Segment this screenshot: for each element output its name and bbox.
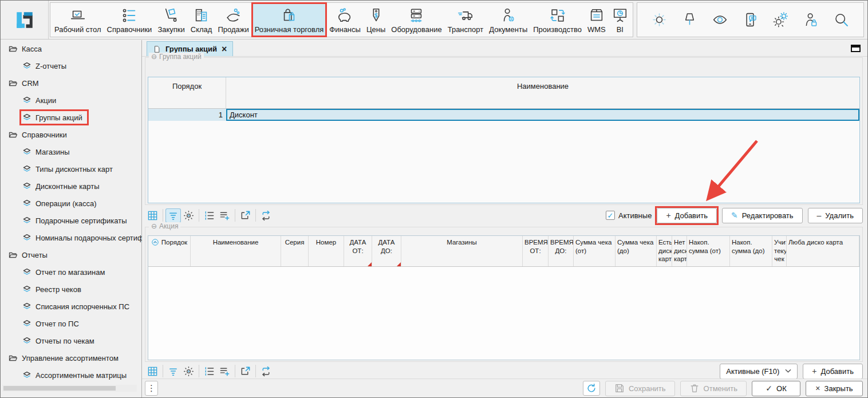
settings-button[interactable] [181,364,196,379]
theme-icon[interactable] [651,11,668,28]
column-header-sum-to[interactable]: Сумма чека (до) [616,236,657,266]
promo-table[interactable]: Порядок Наименование Серия Номер ДАТА ОТ… [148,235,860,360]
column-header-has-card[interactable]: Есть диско карта [657,236,672,266]
more-options-button[interactable]: ⋮ [145,381,158,396]
user-lock-icon[interactable] [803,11,819,28]
sidebar-item-promo-groups[interactable]: Группы акций [1,109,141,126]
table-row-selected[interactable]: 1 Дисконт [148,109,859,121]
column-header-any-card[interactable]: Люба диско карта [787,236,859,266]
promo-groups-table[interactable]: Порядок Наименование 1 Дисконт [148,77,860,203]
column-header-date-from[interactable]: ДАТА ОТ: [344,236,372,266]
sidebar-item-z-reports[interactable]: Z-отчеты [1,57,141,74]
ribbon-item-warehouse[interactable]: Склад [188,3,215,37]
ribbon-item-production[interactable]: Производство [530,3,585,37]
column-header-accum-to[interactable]: Накоп. сумма (до) [730,236,772,266]
ribbon-item-references[interactable]: Справочники [104,3,155,37]
column-header-date-to[interactable]: ДАТА ДО: [372,236,401,266]
maximize-icon[interactable] [851,45,861,52]
ribbon-item-wms[interactable]: WMS [585,3,609,37]
sidebar-horizontal-scrollbar[interactable] [2,385,137,392]
edit-promo-group-button[interactable]: ✎Редактировать [722,208,803,223]
active-filter-dropdown[interactable]: Активные (F10) [720,364,798,379]
refresh-button[interactable] [258,364,274,379]
sidebar-item-cash-operations[interactable]: Операции (касса) [1,195,141,212]
collapse-icon[interactable]: ⊖ [151,222,157,230]
layers-icon [22,233,31,242]
export-button[interactable] [238,364,253,379]
active-checkbox[interactable]: ✓ [606,211,615,220]
numbered-list-button[interactable] [202,208,217,223]
tab-close-icon[interactable]: × [222,45,227,54]
sidebar-folder-kassa[interactable]: Касса [1,40,141,57]
ribbon-item-transport[interactable]: Транспорт [445,3,487,37]
column-header-accum-from[interactable]: Накоп. сумма (от) [687,236,730,266]
sidebar-item-receipt-reports[interactable]: Отчеты по чекам [1,332,141,349]
sidebar-item-discount-card-types[interactable]: Типы дисконтных карт [1,160,141,178]
column-header-stores[interactable]: Магазины [401,236,523,266]
filter-button[interactable] [165,208,181,223]
sidebar-item-gift-certificate-nominals[interactable]: Номиналы подарочных сертифи [1,229,141,246]
pin-icon[interactable] [681,11,698,28]
column-header-series[interactable]: Серия [281,236,309,266]
column-header-order[interactable]: Порядок [148,77,226,108]
cell-order[interactable]: 1 [148,109,226,121]
gear-icon [183,210,194,221]
eye-icon[interactable] [712,11,728,28]
feedback-chat-icon[interactable] [742,11,759,28]
ribbon-item-retail-selected[interactable]: Розничная торговля [252,3,327,37]
filter-button[interactable] [165,364,181,379]
sidebar-folder-reports[interactable]: Отчеты [1,246,141,263]
cancel-button[interactable]: Отменить [680,381,747,396]
column-header-order[interactable]: Порядок [148,236,191,266]
sidebar-item-ps-report[interactable]: Отчет по ПС [1,315,141,332]
sidebar-item-assortment-matrices[interactable]: Ассортиментные матрицы [1,367,141,384]
sidebar-item-stores[interactable]: Магазины [1,143,141,160]
sidebar-folder-assortment[interactable]: Управление ассортиментом [1,349,141,367]
scrollbar-thumb[interactable] [3,386,116,391]
add-list-button[interactable] [217,364,232,379]
sidebar-item-spoiled-writeoffs[interactable]: Списания испорченных ПС [1,298,141,315]
grid-view-button[interactable] [145,364,160,379]
column-header-no-card[interactable]: Нет диско карты [672,236,687,266]
settings-gears-icon[interactable] [772,11,789,28]
navigation-sidebar: Касса Z-отчеты CRM Акции Группы акций Сп… [1,40,142,397]
ribbon-item-equipment[interactable]: Оборудование [388,3,444,37]
export-button[interactable] [238,208,253,223]
column-header-sum-from[interactable]: Сумма чека (от) [574,236,616,266]
column-header-count-current[interactable]: Учить текущ чек [772,236,787,266]
ok-button[interactable]: ✓ОК [752,381,800,396]
sidebar-item-promos[interactable]: Акции [1,92,141,109]
grid-view-button[interactable] [145,208,160,223]
sidebar-folder-references[interactable]: Справочники [1,126,141,143]
collapse-icon[interactable]: ⊖ [151,53,157,61]
column-header-time-to[interactable]: ВРЕМЯ ДО: [549,236,574,266]
column-header-name[interactable]: Наименование [226,77,859,108]
ribbon-item-bi[interactable]: BI [609,3,632,37]
ribbon-item-finance[interactable]: Финансы [326,3,364,37]
sidebar-item-discount-cards[interactable]: Дисконтные карты [1,178,141,195]
sidebar-item-receipt-register[interactable]: Реестр чеков [1,281,141,298]
numbered-list-button[interactable] [202,364,217,379]
cell-name-selected[interactable]: Дисконт [226,109,859,121]
ribbon-item-documents[interactable]: Документы [486,3,530,37]
save-button[interactable]: Сохранить [605,381,675,396]
sidebar-folder-crm[interactable]: CRM [1,74,141,92]
column-header-name[interactable]: Наименование [191,236,281,266]
delete-promo-group-button[interactable]: –Удалить [808,208,863,223]
sync-button[interactable] [583,381,600,396]
settings-button[interactable] [181,208,196,223]
column-header-number[interactable]: Номер [309,236,344,266]
sidebar-item-gift-certificates[interactable]: Подарочные сертификаты [1,212,141,229]
add-promo-button[interactable]: +Добавить [803,364,863,379]
ribbon-item-prices[interactable]: Цены [364,3,388,37]
sidebar-item-store-report[interactable]: Отчет по магазинам [1,263,141,281]
add-list-button[interactable] [217,208,232,223]
search-icon[interactable] [833,11,850,28]
add-promo-group-button[interactable]: +Добавить [657,208,717,223]
refresh-button[interactable] [258,208,274,223]
ribbon-item-purchases[interactable]: Закупки [155,3,187,37]
ribbon-item-desktop[interactable]: Рабочий стол [52,3,104,37]
ribbon-item-sales[interactable]: Продажи [215,3,251,37]
close-button[interactable]: ×Закрыть [806,381,863,396]
column-header-time-from[interactable]: ВРЕМЯ ОТ: [523,236,549,266]
